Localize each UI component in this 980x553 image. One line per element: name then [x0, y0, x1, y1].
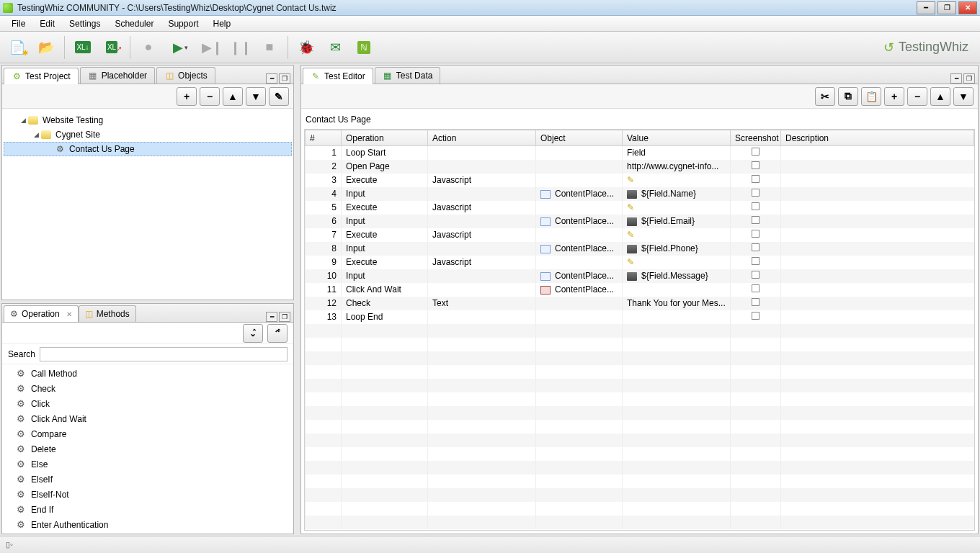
table-row[interactable]: 8InputContentPlace...${Field.Phone} [306, 242, 974, 256]
cell-screenshot[interactable] [731, 187, 781, 201]
cell-object[interactable] [536, 146, 623, 160]
column-action[interactable]: Action [428, 130, 536, 146]
cell-action[interactable] [428, 187, 536, 201]
table-row[interactable]: 6InputContentPlace...${Field.Email} [306, 215, 974, 228]
move-down-button[interactable]: ▼ [246, 87, 266, 106]
cell-object[interactable] [536, 174, 623, 187]
checkbox[interactable] [752, 216, 760, 224]
menu-help[interactable]: Help [205, 17, 238, 30]
list-item[interactable]: ⚙End If [17, 502, 293, 517]
panel-maximize-button[interactable]: ❐ [963, 73, 975, 84]
edit-node-button[interactable]: ✎ [269, 87, 289, 106]
checkbox[interactable] [752, 298, 760, 306]
cell-screenshot[interactable] [731, 297, 781, 310]
checkbox[interactable] [752, 148, 760, 156]
checkbox[interactable] [752, 202, 760, 210]
menu-edit[interactable]: Edit [32, 17, 62, 30]
list-item[interactable]: ⚙Enter Authentication [17, 517, 293, 532]
pause-button[interactable]: ❙❙ [228, 35, 254, 60]
cell-operation[interactable]: Execute [342, 228, 428, 242]
cell-screenshot[interactable] [731, 228, 781, 242]
cell-screenshot[interactable] [731, 201, 781, 215]
cell-operation[interactable]: Input [342, 242, 428, 256]
cell-operation[interactable]: Loop End [342, 310, 428, 324]
cell-value[interactable]: ${Field.Message} [623, 269, 731, 283]
cell-value[interactable]: Thank You for your Mes... [623, 297, 731, 310]
remove-step-button[interactable]: − [907, 87, 927, 106]
table-row[interactable]: 3ExecuteJavascript✎ [306, 174, 974, 187]
cell-operation[interactable]: Open Page [342, 160, 428, 174]
column-operation[interactable]: Operation [342, 130, 428, 146]
checkbox[interactable] [752, 230, 760, 238]
cell-action[interactable] [428, 283, 536, 297]
cell-action[interactable] [428, 242, 536, 256]
table-row[interactable]: 5ExecuteJavascript✎ [306, 201, 974, 215]
cell-action[interactable]: Javascript [428, 228, 536, 242]
checkbox[interactable] [752, 175, 760, 183]
cell-object[interactable]: ContentPlace... [536, 215, 623, 228]
cell-object[interactable] [536, 201, 623, 215]
cell-value[interactable]: Field [623, 146, 731, 160]
cell-object[interactable] [536, 160, 623, 174]
cell-action[interactable] [428, 160, 536, 174]
tab-operation[interactable]: ⚙ Operation ✕ [4, 305, 79, 322]
cell-operation[interactable]: Input [342, 269, 428, 283]
table-row[interactable]: 11Click And WaitContentPlace... [306, 283, 974, 297]
panel-minimize-button[interactable]: ━ [266, 73, 277, 84]
list-item[interactable]: ⚙Click [17, 396, 293, 411]
checkbox[interactable] [752, 257, 760, 265]
copy-button[interactable]: ⧉ [838, 87, 858, 106]
table-row[interactable]: 10InputContentPlace...${Field.Message} [306, 269, 974, 283]
column-screenshot[interactable]: Screenshot [731, 130, 781, 146]
close-button[interactable]: ✕ [958, 1, 977, 14]
cell-description[interactable] [781, 174, 974, 187]
list-item[interactable]: ⚙ElseIf [17, 472, 293, 487]
cell-screenshot[interactable] [731, 256, 781, 269]
cell-description[interactable] [781, 242, 974, 256]
cell-operation[interactable]: Execute [342, 174, 428, 187]
cell-object[interactable]: ContentPlace... [536, 283, 623, 297]
cell-value[interactable]: ✎ [623, 174, 731, 187]
collapse-icon[interactable]: ◢ [19, 117, 27, 124]
column-number[interactable]: # [306, 130, 342, 146]
new-document-button[interactable]: 📄✱ [4, 35, 30, 60]
list-item[interactable]: ⚙ElseIf-Not [17, 487, 293, 502]
mail-button[interactable]: ✉ [322, 35, 348, 60]
column-value[interactable]: Value [623, 130, 731, 146]
cell-value[interactable] [623, 283, 731, 297]
cell-screenshot[interactable] [731, 310, 781, 324]
move-up-button[interactable]: ▲ [930, 87, 950, 106]
collapse-icon[interactable]: ◢ [32, 131, 40, 138]
tab-methods[interactable]: ◫ Methods [79, 305, 136, 322]
project-tree[interactable]: ◢ Website Testing ◢ Cygnet Site ⚙ Contac… [2, 109, 293, 300]
list-item[interactable]: ⚙Click And Wait [17, 411, 293, 426]
close-tab-icon[interactable]: ✕ [66, 310, 72, 318]
table-row[interactable]: 9ExecuteJavascript✎ [306, 256, 974, 269]
cell-object[interactable]: ContentPlace... [536, 187, 623, 201]
panel-maximize-button[interactable]: ❐ [279, 73, 290, 84]
checkbox[interactable] [752, 312, 760, 320]
tab-test-data[interactable]: ▦ Test Data [375, 67, 441, 84]
table-row[interactable]: 7ExecuteJavascript✎ [306, 228, 974, 242]
list-item[interactable]: ⚙Delete [17, 441, 293, 457]
export-excel-button[interactable]: XL↗ [99, 35, 125, 60]
open-folder-button[interactable]: 📂 [33, 35, 59, 60]
search-input[interactable] [40, 347, 288, 361]
cell-description[interactable] [781, 187, 974, 201]
cell-value[interactable]: ✎ [623, 256, 731, 269]
cell-object[interactable] [536, 297, 623, 310]
remove-node-button[interactable]: − [200, 87, 220, 106]
cell-action[interactable] [428, 310, 536, 324]
cell-description[interactable] [781, 201, 974, 215]
cell-operation[interactable]: Input [342, 187, 428, 201]
cell-screenshot[interactable] [731, 269, 781, 283]
cell-object[interactable] [536, 228, 623, 242]
checkbox[interactable] [752, 161, 760, 169]
bug-button[interactable]: 🐞 [293, 35, 319, 60]
table-row[interactable]: 12CheckTextThank You for your Mes... [306, 297, 974, 310]
menu-file[interactable]: File [4, 17, 32, 30]
cell-operation[interactable]: Check [342, 297, 428, 310]
panel-minimize-button[interactable]: ━ [950, 73, 962, 84]
list-item[interactable]: ⚙Compare [17, 426, 293, 441]
cell-object[interactable] [536, 256, 623, 269]
